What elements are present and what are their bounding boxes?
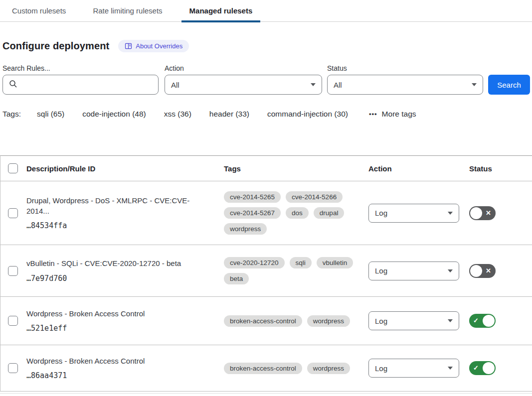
x-icon: ✕ [486, 267, 491, 274]
chevron-down-icon [448, 367, 453, 370]
search-button[interactable]: Search [488, 75, 530, 95]
row-checkbox[interactable] [8, 266, 18, 276]
row-checkbox[interactable] [8, 316, 18, 326]
tag-filter-code-injection[interactable]: code-injection (48) [82, 110, 146, 119]
tag-pill: wordpress [224, 223, 267, 235]
more-tags-button[interactable]: ••• More tags [369, 110, 416, 119]
rule-description: Wordpress - Broken Access Control [26, 356, 212, 366]
rule-tags: broken-access-controlwordpress [224, 363, 368, 374]
column-header-description: Description/Rule ID [26, 164, 224, 173]
column-header-tags: Tags [224, 164, 368, 173]
tag-pill: wordpress [307, 315, 350, 327]
action-filter-value: All [171, 81, 179, 89]
book-icon [125, 42, 132, 50]
rule-action-select[interactable]: Log [368, 311, 459, 330]
tag-pill: drupal [314, 207, 345, 219]
rule-action-value: Log [375, 266, 387, 275]
filter-bar: Search Rules... Action All Status [2, 64, 532, 95]
tags-bar: Tags: sqli (65) code-injection (48) xss … [2, 110, 532, 119]
rule-status-toggle[interactable]: ✓ ✕ [469, 264, 496, 278]
search-field-group: Search Rules... [2, 64, 159, 95]
status-filter-value: All [334, 81, 342, 89]
table-row: Drupal, Wordpress - DoS - XMLRPC - CVE:C… [0, 181, 532, 245]
rule-action-select[interactable]: Log [368, 359, 459, 378]
status-filter-label: Status [327, 64, 483, 72]
x-icon: ✕ [486, 209, 491, 217]
rule-status-toggle[interactable]: ✓ ✕ [469, 361, 496, 375]
rule-tags: cve-2020-12720sqlivbulletinbeta [224, 257, 368, 284]
table-row: vBulletin - SQLi - CVE:CVE-2020-12720 - … [0, 245, 532, 297]
page-title: Configure deployment [2, 40, 109, 52]
tag-pill: beta [224, 273, 249, 284]
tab-custom-rulesets[interactable]: Custom rulesets [4, 0, 74, 21]
chevron-down-icon [448, 319, 453, 322]
check-icon: ✓ [473, 317, 479, 324]
chevron-down-icon [311, 83, 316, 86]
tag-pill: broken-access-control [224, 315, 302, 327]
rule-id: …84534ffa [26, 221, 212, 230]
tag-pill: dos [286, 207, 309, 219]
tags-label: Tags: [2, 110, 21, 119]
table-row: Wordpress - Broken Access Control …521e1… [0, 297, 532, 345]
rules-table: Description/Rule ID Tags Action Status D… [0, 155, 532, 392]
toggle-knob [483, 315, 495, 327]
rule-tags: cve-2014-5265cve-2014-5266cve-2014-5267d… [224, 191, 368, 235]
tag-pill: sqli [290, 257, 312, 268]
rule-description: Drupal, Wordpress - DoS - XMLRPC - CVE:C… [26, 196, 212, 216]
search-icon [9, 80, 17, 90]
ellipsis-icon: ••• [369, 110, 377, 118]
more-tags-label: More tags [382, 110, 416, 119]
rule-id: …7e97d760 [26, 274, 212, 283]
tag-pill: wordpress [307, 363, 350, 374]
tag-filter-sqli[interactable]: sqli (65) [37, 110, 64, 119]
rule-id: …86aa4371 [26, 371, 212, 380]
managed-rulesets-page: Custom rulesets Rate limiting rulesets M… [0, 0, 532, 396]
table-row: Wordpress - Broken Access Control …86aa4… [0, 345, 532, 392]
status-filter-select[interactable]: All [327, 75, 483, 95]
column-header-status: Status [467, 164, 532, 173]
search-input[interactable] [21, 81, 152, 89]
row-checkbox[interactable] [8, 208, 18, 218]
rule-id: …521e1eff [26, 324, 212, 333]
action-filter-select[interactable]: All [165, 75, 322, 95]
table-header-row: Description/Rule ID Tags Action Status [0, 156, 532, 181]
rule-status-toggle[interactable]: ✓ ✕ [469, 206, 496, 220]
chevron-down-icon [472, 83, 477, 86]
status-filter-group: Status All [327, 64, 483, 95]
toggle-knob [470, 207, 482, 219]
select-all-checkbox[interactable] [8, 163, 18, 173]
tag-pill: cve-2014-5267 [224, 207, 281, 219]
rule-description: vBulletin - SQLi - CVE:CVE-2020-12720 - … [26, 259, 212, 268]
rule-action-select[interactable]: Log [368, 204, 459, 223]
search-box [2, 75, 159, 95]
rule-action-value: Log [375, 317, 387, 325]
search-rules-label: Search Rules... [2, 64, 159, 72]
table-body: Drupal, Wordpress - DoS - XMLRPC - CVE:C… [0, 181, 532, 392]
check-icon: ✓ [473, 364, 479, 372]
action-filter-label: Action [165, 64, 322, 72]
rule-action-value: Log [375, 209, 387, 217]
row-checkbox[interactable] [8, 363, 18, 373]
tag-pill: cve-2014-5265 [224, 191, 281, 203]
tag-pill: vbulletin [317, 257, 354, 268]
tag-filter-header[interactable]: header (33) [209, 110, 249, 119]
action-filter-group: Action All [165, 64, 322, 95]
rule-tags: broken-access-controlwordpress [224, 315, 368, 327]
next-row-divider [0, 393, 532, 394]
tag-pill: broken-access-control [224, 363, 302, 374]
rule-action-value: Log [375, 364, 387, 373]
tag-filter-command-injection[interactable]: command-injection (30) [267, 110, 348, 119]
tag-filter-xss[interactable]: xss (36) [164, 110, 191, 119]
rule-description: Wordpress - Broken Access Control [26, 309, 212, 319]
tab-rate-limiting-rulesets[interactable]: Rate limiting rulesets [85, 0, 170, 21]
column-header-action: Action [368, 164, 467, 173]
rule-action-select[interactable]: Log [368, 262, 459, 280]
toggle-knob [483, 362, 495, 374]
about-overrides-label: About Overrides [136, 42, 182, 50]
ruleset-tabs: Custom rulesets Rate limiting rulesets M… [0, 0, 532, 22]
tag-pill: cve-2014-5266 [286, 191, 343, 203]
tab-managed-rulesets[interactable]: Managed rulesets [181, 0, 261, 21]
about-overrides-badge[interactable]: About Overrides [118, 40, 189, 52]
rule-status-toggle[interactable]: ✓ ✕ [469, 314, 496, 328]
page-header: Configure deployment About Overrides [2, 40, 532, 52]
